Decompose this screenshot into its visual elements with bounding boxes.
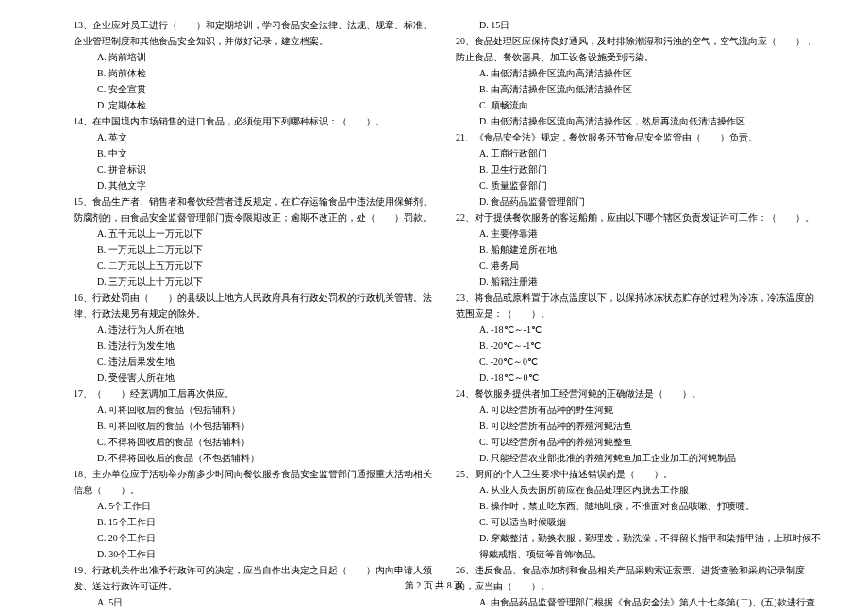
question-25: 25、厨师的个人卫生要求中描述错误的是（ ）。 (456, 466, 823, 482)
q22-opt-a: A. 主要停靠港 (456, 225, 823, 241)
q26-opt-a: A. 由食品药品监督管理部门根据《食品安全法》第八十七条第(二)、(五)款进行查… (456, 594, 823, 613)
q25-opt-d: D. 穿戴整洁，勤换衣服，勤理发，勤洗澡，不得留长指甲和染指甲油，上班时候不得戴… (456, 530, 823, 562)
question-26: 26、违反食品、食品添加剂和食品相关产品采购索证索票、进货查验和采购记录制度的，… (456, 562, 823, 594)
q20-opt-d: D. 由低清洁操作区流向高清洁操作区，然后再流向低清洁操作区 (456, 113, 823, 129)
question-22: 22、对于提供餐饮服务的客运船舶，应由以下哪个辖区负责发证许可工作：（ ）。 (456, 209, 823, 225)
q16-opt-c: C. 违法后果发生地 (74, 354, 441, 370)
q13-opt-d: D. 定期体检 (74, 97, 441, 113)
question-19: 19、行政机关作出准予行政许可的决定，应当自作出决定之日起（ ）内向申请人颁发、… (74, 562, 441, 594)
q16-opt-b: B. 违法行为发生地 (74, 338, 441, 354)
q23-opt-d: D. -18℃～0℃ (456, 370, 823, 386)
q17-opt-b: B. 可将回收后的食品（不包括辅料） (74, 418, 441, 434)
q22-opt-c: C. 港务局 (456, 257, 823, 273)
q14-opt-d: D. 其他文字 (74, 177, 441, 193)
q23-opt-c: C. -20℃～0℃ (456, 354, 823, 370)
question-17: 17、（ ）经烹调加工后再次供应。 (74, 386, 441, 402)
q20-opt-a: A. 由低清洁操作区流向高清洁操作区 (456, 65, 823, 81)
q17-opt-a: A. 可将回收后的食品（包括辅料） (74, 402, 441, 418)
q19-opt-a: A. 5日 (74, 594, 441, 610)
q24-opt-c: C. 可以经营所有品种的养殖河鲀整鱼 (456, 434, 823, 450)
q14-opt-c: C. 拼音标识 (74, 161, 441, 177)
q21-opt-c: C. 质量监督部门 (456, 177, 823, 193)
q17-opt-d: D. 不得将回收后的食品（不包括辅料） (74, 450, 441, 466)
q18-opt-d: D. 30个工作日 (74, 546, 441, 562)
question-21: 21、《食品安全法》规定，餐饮服务环节食品安全监管由（ ）负责。 (456, 129, 823, 145)
q22-opt-b: B. 船舶建造所在地 (456, 241, 823, 257)
q15-opt-c: C. 二万元以上五万元以下 (74, 257, 441, 273)
q13-opt-c: C. 安全宣贯 (74, 81, 441, 97)
q15-opt-b: B. 一万元以上二万元以下 (74, 241, 441, 257)
q13-opt-b: B. 岗前体检 (74, 65, 441, 81)
q18-opt-c: C. 20个工作日 (74, 530, 441, 546)
q23-opt-a: A. -18℃～-1℃ (456, 322, 823, 338)
q14-opt-b: B. 中文 (74, 145, 441, 161)
question-16: 16、行政处罚由（ ）的县级以上地方人民政府具有行政处罚权的行政机关管辖。法律、… (74, 290, 441, 322)
q24-opt-d: D. 只能经营农业部批准的养殖河鲀鱼加工企业加工的河鲀制品 (456, 450, 823, 466)
q25-opt-c: C. 可以适当时候吸烟 (456, 514, 823, 530)
q21-opt-d: D. 食品药品监督管理部门 (456, 193, 823, 209)
question-13: 13、企业应对员工进行（ ）和定期培训，学习食品安全法律、法规、规章、标准、企业… (74, 17, 441, 49)
question-20: 20、食品处理区应保持良好通风，及时排除潮湿和污浊的空气，空气流向应（ ），防止… (456, 33, 823, 65)
q15-opt-a: A. 五千元以上一万元以下 (74, 225, 441, 241)
q20-opt-b: B. 由高清洁操作区流向低清洁操作区 (456, 81, 823, 97)
question-15: 15、食品生产者、销售者和餐饮经营者违反规定，在贮存运输食品中违法使用保鲜剂、防… (74, 193, 441, 225)
q21-opt-a: A. 工商行政部门 (456, 145, 823, 161)
q16-opt-a: A. 违法行为人所在地 (74, 322, 441, 338)
q25-opt-b: B. 操作时，禁止吃东西、随地吐痰，不准面对食品咳嗽、打喷嚏。 (456, 498, 823, 514)
q13-opt-a: A. 岗前培训 (74, 49, 441, 65)
q19-opt-d: D. 15日 (456, 17, 823, 33)
question-14: 14、在中国境内市场销售的进口食品，必须使用下列哪种标识：（ ）。 (74, 113, 441, 129)
q25-opt-a: A. 从业人员去厕所前应在食品处理区内脱去工作服 (456, 482, 823, 498)
q24-opt-a: A. 可以经营所有品种的野生河鲀 (456, 402, 823, 418)
q16-opt-d: D. 受侵害人所在地 (74, 370, 441, 386)
right-column: D. 15日 20、食品处理区应保持良好通风，及时排除潮湿和污浊的空气，空气流向… (448, 17, 830, 575)
q18-opt-b: B. 15个工作日 (74, 514, 441, 530)
q15-opt-d: D. 三万元以上十万元以下 (74, 273, 441, 290)
q24-opt-b: B. 可以经营所有品种的养殖河鲀活鱼 (456, 418, 823, 434)
exam-page: 13、企业应对员工进行（ ）和定期培训，学习食品安全法律、法规、规章、标准、企业… (0, 0, 868, 575)
q17-opt-c: C. 不得将回收后的食品（包括辅料） (74, 434, 441, 450)
q20-opt-c: C. 顺畅流向 (456, 97, 823, 113)
q22-opt-d: D. 船籍注册港 (456, 273, 823, 290)
question-23: 23、将食品或原料置于冰点温度以下，以保持冰冻状态贮存的过程为冷冻，冷冻温度的范… (456, 290, 823, 322)
question-18: 18、主办单位应于活动举办前多少时间向餐饮服务食品安全监管部门通报重大活动相关信… (74, 466, 441, 498)
q14-opt-a: A. 英文 (74, 129, 441, 145)
q18-opt-a: A. 5个工作日 (74, 498, 441, 514)
q23-opt-b: B. -20℃～-1℃ (456, 338, 823, 354)
left-column: 13、企业应对员工进行（ ）和定期培训，学习食品安全法律、法规、规章、标准、企业… (66, 17, 448, 575)
q21-opt-b: B. 卫生行政部门 (456, 161, 823, 177)
question-24: 24、餐饮服务提供者加工经营河鲀的正确做法是（ ）。 (456, 386, 823, 402)
